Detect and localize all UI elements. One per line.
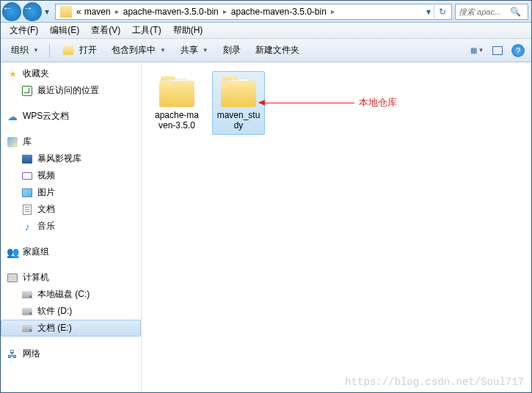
- path-dropdown[interactable]: ▾: [423, 7, 434, 17]
- breadcrumb-item[interactable]: maven: [83, 7, 112, 17]
- breadcrumb-item[interactable]: apache-maven-3.5.0-bin: [230, 7, 328, 17]
- computer-icon: [7, 272, 18, 284]
- sidebar-item-recent[interactable]: 最近访问的位置: [1, 82, 141, 99]
- preview-pane-button[interactable]: [489, 42, 506, 59]
- folder-label: apache-maven-3.5.0: [154, 110, 200, 131]
- recent-icon: [21, 85, 33, 97]
- separator: [49, 43, 50, 58]
- arrow-icon: [259, 103, 354, 103]
- sidebar-item-documents[interactable]: 文档: [1, 201, 141, 218]
- search-input[interactable]: [459, 7, 510, 16]
- folder-icon: [60, 6, 72, 18]
- favorites-group: ★ 收藏夹 最近访问的位置: [1, 65, 141, 99]
- organize-button[interactable]: 组织▼: [5, 42, 45, 59]
- help-icon: ?: [511, 44, 525, 57]
- homegroup-group: 👥 家庭组: [1, 243, 141, 260]
- sidebar-item-homegroup[interactable]: 👥 家庭组: [1, 243, 141, 260]
- view-icon: ▦: [470, 46, 477, 54]
- open-button[interactable]: 打开: [54, 42, 103, 59]
- view-options-button[interactable]: ▦▼: [468, 42, 486, 59]
- sidebar-item-network[interactable]: 🖧 网络: [1, 345, 141, 362]
- navigation-bar: ← → ▾ « maven ▸ apache-maven-3.5.0-bin ▸…: [1, 1, 531, 23]
- burn-button[interactable]: 刻录: [217, 42, 247, 59]
- wps-group: ☁ WPS云文档: [1, 108, 141, 125]
- sidebar-item-disk-e[interactable]: 文档 (E:): [1, 320, 141, 337]
- computer-group: 计算机 本地磁盘 (C:) 软件 (D:) 文档 (E:): [1, 269, 141, 337]
- menu-view[interactable]: 查看(V): [85, 23, 126, 38]
- computer-header[interactable]: 计算机: [1, 269, 141, 286]
- disk-icon: [21, 323, 33, 334]
- menu-edit[interactable]: 编辑(E): [44, 23, 85, 38]
- chevron-right-icon: ▸: [328, 7, 338, 15]
- chevron-right-icon: ▸: [112, 7, 122, 15]
- arrow-right-icon: →: [23, 2, 33, 14]
- homegroup-icon: 👥: [7, 246, 18, 258]
- include-library-button[interactable]: 包含到库中▼: [106, 42, 172, 59]
- chevron-down-icon: ▼: [203, 47, 208, 54]
- libraries-header[interactable]: 库: [1, 133, 141, 150]
- content-pane[interactable]: apache-maven-3.5.0 maven_study 本地仓库 http…: [142, 62, 531, 392]
- annotation-text: 本地仓库: [359, 96, 397, 109]
- music-icon: ♪: [21, 221, 33, 232]
- document-icon: [21, 204, 33, 216]
- folder-item[interactable]: apache-maven-3.5.0: [150, 71, 203, 135]
- storm-icon: [21, 153, 33, 165]
- chevron-right-icon: ▸: [220, 7, 230, 15]
- back-button[interactable]: ←: [2, 2, 21, 21]
- star-icon: ★: [7, 68, 18, 80]
- sidebar-item-disk-c[interactable]: 本地磁盘 (C:): [1, 286, 141, 303]
- disk-icon: [21, 289, 33, 301]
- watermark: https://blog.csdn.net/Soul717: [345, 376, 524, 388]
- arrow-left-icon: ←: [2, 2, 12, 14]
- annotation: 本地仓库: [259, 96, 397, 109]
- favorites-header[interactable]: ★ 收藏夹: [1, 65, 141, 82]
- breadcrumb-prefix: «: [75, 7, 83, 17]
- share-button[interactable]: 共享▼: [175, 42, 214, 59]
- navigation-pane: ★ 收藏夹 最近访问的位置 ☁ WPS云文档 库 暴风影视库 视频 图片 文档 …: [1, 62, 142, 392]
- menu-help[interactable]: 帮助(H): [167, 23, 209, 38]
- forward-button[interactable]: →: [23, 2, 42, 21]
- sidebar-item-pictures[interactable]: 图片: [1, 184, 141, 201]
- breadcrumb[interactable]: « maven ▸ apache-maven-3.5.0-bin ▸ apach…: [55, 4, 452, 20]
- sidebar-item-disk-d[interactable]: 软件 (D:): [1, 303, 141, 320]
- search-box[interactable]: 🔍: [455, 4, 528, 20]
- menu-file[interactable]: 文件(F): [4, 23, 44, 38]
- library-icon: [7, 136, 18, 148]
- video-icon: [21, 170, 33, 182]
- disk-icon: [21, 306, 33, 317]
- menu-bar: 文件(F) 编辑(E) 查看(V) 工具(T) 帮助(H): [1, 23, 531, 39]
- picture-icon: [21, 187, 33, 199]
- folder-open-icon: [63, 46, 73, 55]
- main-area: ★ 收藏夹 最近访问的位置 ☁ WPS云文档 库 暴风影视库 视频 图片 文档 …: [1, 62, 531, 392]
- preview-icon: [492, 46, 503, 55]
- network-icon: 🖧: [7, 348, 18, 360]
- menu-tools[interactable]: 工具(T): [126, 23, 167, 38]
- history-dropdown[interactable]: ▾: [42, 7, 52, 17]
- breadcrumb-item[interactable]: apache-maven-3.5.0-bin: [122, 7, 220, 17]
- folder-icon: [219, 75, 258, 107]
- search-icon: 🔍: [510, 7, 521, 17]
- refresh-button[interactable]: ↻: [434, 4, 450, 20]
- help-button[interactable]: ?: [509, 42, 527, 59]
- sidebar-item-storm[interactable]: 暴风影视库: [1, 150, 141, 167]
- cloud-icon: ☁: [7, 111, 18, 122]
- chevron-down-icon: ▼: [160, 47, 166, 54]
- sidebar-item-music[interactable]: ♪音乐: [1, 218, 141, 235]
- new-folder-button[interactable]: 新建文件夹: [249, 42, 305, 59]
- sidebar-item-wps[interactable]: ☁ WPS云文档: [1, 108, 141, 125]
- folder-icon: [158, 75, 196, 107]
- toolbar: 组织▼ 打开 包含到库中▼ 共享▼ 刻录 新建文件夹 ▦▼ ?: [1, 39, 531, 62]
- sidebar-item-video[interactable]: 视频: [1, 167, 141, 184]
- chevron-down-icon: ▼: [478, 47, 484, 54]
- network-group: 🖧 网络: [1, 345, 141, 362]
- libraries-group: 库 暴风影视库 视频 图片 文档 ♪音乐: [1, 133, 141, 235]
- folder-item[interactable]: maven_study: [212, 71, 265, 135]
- folder-label: maven_study: [216, 110, 261, 131]
- chevron-down-icon: ▼: [33, 47, 39, 54]
